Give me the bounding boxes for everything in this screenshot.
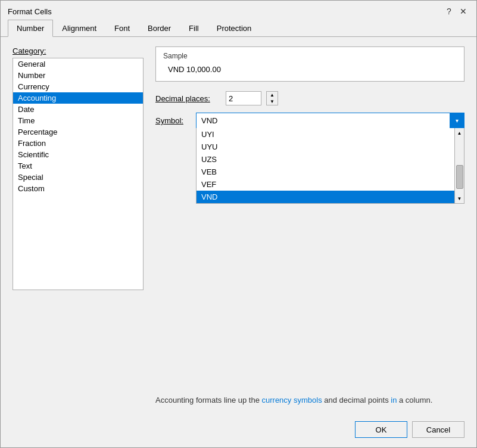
help-button[interactable]: ?	[443, 5, 455, 17]
cancel-button[interactable]: Cancel	[412, 421, 464, 438]
category-accounting[interactable]: Accounting	[13, 92, 143, 104]
scroll-up-btn[interactable]: ▲	[455, 128, 464, 138]
tab-fill[interactable]: Fill	[180, 20, 208, 37]
scroll-track	[455, 138, 464, 194]
content-area: Category: General Number Currency Accoun…	[1, 37, 476, 414]
left-panel: Category: General Number Currency Accoun…	[13, 46, 144, 405]
category-fraction[interactable]: Fraction	[13, 138, 143, 149]
tab-alignment[interactable]: Alignment	[53, 20, 105, 37]
close-button[interactable]: ✕	[457, 5, 469, 17]
dropdown-list[interactable]: UYI UYU UZS VEB VEF VND ▲	[196, 128, 464, 204]
symbol-row: Symbol: VND ▾ UYI UYU	[155, 113, 464, 129]
dropdown-item-vef[interactable]: VEF	[197, 178, 454, 191]
symbol-current: VND	[201, 116, 217, 125]
dropdown-scrollbar[interactable]: ▲ ▼	[454, 128, 464, 203]
button-row: OK Cancel	[1, 414, 476, 447]
info-text-part3: a column.	[397, 396, 432, 405]
info-text-part2: and decimal points	[322, 396, 391, 405]
category-date[interactable]: Date	[13, 104, 143, 115]
symbol-selected-value[interactable]: VND ▾	[197, 113, 464, 129]
category-label: Category:	[13, 46, 144, 55]
symbol-label: Symbol:	[155, 116, 191, 125]
right-panel: Sample VND 10,000.00 Decimal places: ▲ ▼	[155, 46, 464, 405]
scroll-down-btn[interactable]: ▼	[455, 194, 464, 203]
category-number[interactable]: Number	[13, 70, 143, 81]
info-text: Accounting formats line up the currency …	[155, 386, 464, 405]
category-time[interactable]: Time	[13, 115, 143, 126]
info-text-link2: in	[391, 396, 397, 405]
category-general[interactable]: General	[13, 58, 143, 70]
spinner-up[interactable]: ▲	[267, 92, 278, 98]
symbol-dropdown[interactable]: VND ▾	[196, 113, 464, 129]
dropdown-item-uyu[interactable]: UYU	[197, 141, 454, 153]
format-cells-dialog: Format Cells ? ✕ Number Alignment Font B…	[0, 0, 477, 448]
scroll-thumb[interactable]	[456, 165, 463, 189]
tabs-row: Number Alignment Font Border Fill Protec…	[1, 20, 476, 37]
title-actions: ? ✕	[443, 5, 469, 17]
info-text-part1: Accounting formats line up the	[155, 396, 262, 405]
decimal-places-row: Decimal places: ▲ ▼	[155, 91, 464, 105]
category-currency[interactable]: Currency	[13, 81, 143, 92]
dropdown-item-uyi[interactable]: UYI	[197, 128, 454, 141]
decimal-spinner: ▲ ▼	[266, 91, 278, 105]
dropdown-item-uzs[interactable]: UZS	[197, 153, 454, 166]
info-text-link1: currency symbols	[262, 396, 322, 405]
dialog-title: Format Cells	[8, 7, 52, 16]
sample-box: Sample VND 10,000.00	[155, 46, 464, 82]
tab-font[interactable]: Font	[105, 20, 139, 37]
ok-button[interactable]: OK	[355, 421, 407, 438]
dropdown-arrow-icon[interactable]: ▾	[450, 113, 464, 129]
category-list[interactable]: General Number Currency Accounting Date …	[13, 58, 144, 290]
category-text[interactable]: Text	[13, 160, 143, 172]
tab-protection[interactable]: Protection	[208, 20, 261, 37]
sample-value: VND 10,000.00	[163, 63, 457, 76]
spinner-down[interactable]: ▼	[267, 98, 278, 105]
symbol-dropdown-wrapper: VND ▾ UYI UYU UZS VEB VEF VND	[196, 113, 464, 129]
tab-border[interactable]: Border	[139, 20, 180, 37]
decimal-places-input[interactable]	[226, 91, 261, 105]
decimal-places-label: Decimal places:	[155, 94, 221, 103]
category-custom[interactable]: Custom	[13, 183, 143, 194]
title-bar: Format Cells ? ✕	[1, 1, 476, 20]
category-percentage[interactable]: Percentage	[13, 126, 143, 138]
dropdown-item-vnd[interactable]: VND	[197, 191, 454, 203]
dropdown-item-veb[interactable]: VEB	[197, 166, 454, 178]
sample-label: Sample	[163, 52, 457, 60]
category-scientific[interactable]: Scientific	[13, 149, 143, 160]
main-area: Category: General Number Currency Accoun…	[13, 46, 464, 405]
tab-number[interactable]: Number	[8, 20, 53, 37]
category-special[interactable]: Special	[13, 172, 143, 183]
